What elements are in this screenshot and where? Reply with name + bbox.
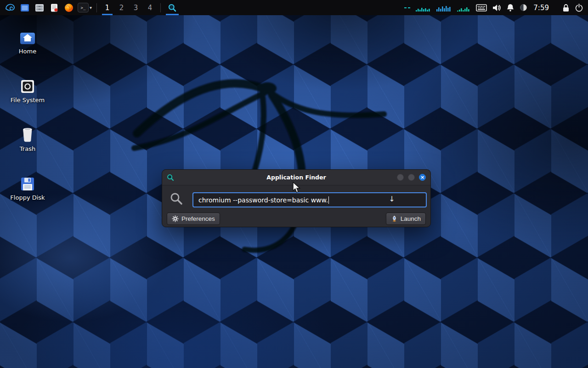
titlebar[interactable]: Application Finder × <box>162 170 430 185</box>
trash-icon <box>6 123 50 143</box>
firefox-icon[interactable] <box>62 0 76 15</box>
command-text: chromium --password-store=basic www. <box>198 196 328 204</box>
launch-label: Launch <box>401 215 421 222</box>
workspace-1[interactable]: 1 <box>100 0 114 15</box>
workspace-2[interactable]: 2 <box>114 0 129 15</box>
desktop-icon-label: File System <box>6 97 50 104</box>
session-logout-icon[interactable] <box>575 0 583 15</box>
workspace-4[interactable]: 4 <box>143 0 157 15</box>
app-finder-task-icon[interactable] <box>164 0 181 15</box>
home-icon <box>6 26 50 45</box>
text-editor-icon[interactable] <box>47 0 62 15</box>
cpu-graph-icon[interactable] <box>416 0 431 15</box>
screen-lock-icon[interactable] <box>562 0 570 15</box>
close-icon: × <box>420 175 424 180</box>
desktop-icon-file-system[interactable]: File System <box>6 75 50 104</box>
kali-menu-icon[interactable] <box>3 0 17 15</box>
preferences-label: Preferences <box>181 215 215 222</box>
desktop: Home File System Trash <box>0 0 588 368</box>
night-light-icon[interactable] <box>520 0 527 15</box>
workspace-3[interactable]: 3 <box>129 0 143 15</box>
text-caret <box>328 196 329 204</box>
panel-separator <box>96 3 97 12</box>
top-panel: >_ ▾ 1 2 3 4 <box>0 0 588 15</box>
file-manager-icon[interactable] <box>32 0 47 15</box>
maximize-button[interactable] <box>408 174 415 181</box>
notifications-bell-icon[interactable] <box>506 0 514 15</box>
preferences-button[interactable]: Preferences <box>167 213 220 225</box>
window-title: Application Finder <box>162 174 430 181</box>
desktop-icon-home[interactable]: Home <box>6 26 50 55</box>
disk-graph-icon[interactable] <box>457 0 471 15</box>
chevron-down-icon: ▾ <box>90 5 92 10</box>
desktop-icon-floppy-disk[interactable]: Floppy Disk <box>6 172 50 201</box>
minimize-button[interactable] <box>397 174 404 181</box>
keyboard-layout-icon[interactable] <box>476 0 487 15</box>
desktop-icon-label: Floppy Disk <box>6 195 50 201</box>
search-icon <box>170 192 183 207</box>
application-finder-icon <box>167 174 174 181</box>
application-finder-window: Application Finder × chromium --password… <box>162 169 431 227</box>
desktop-icon-label: Trash <box>6 146 50 153</box>
history-dropdown-icon[interactable]: ↓ <box>387 195 397 203</box>
clock[interactable]: 7:59 <box>532 4 550 12</box>
floppy-disk-icon <box>6 172 50 191</box>
show-desktop-icon[interactable] <box>17 0 32 15</box>
desktop-icon-trash[interactable]: Trash <box>6 123 50 153</box>
gear-icon <box>172 215 179 222</box>
net-graph-icon[interactable] <box>436 0 452 15</box>
indicator-dashes-icon[interactable] <box>404 0 411 15</box>
file-system-icon <box>6 75 50 94</box>
volume-icon[interactable] <box>492 0 501 15</box>
launch-icon <box>391 215 398 222</box>
panel-separator <box>160 3 161 12</box>
terminal-glyph: >_ <box>78 3 89 12</box>
close-button[interactable]: × <box>419 174 426 181</box>
launch-button[interactable]: Launch <box>386 213 426 225</box>
terminal-icon[interactable]: >_ ▾ <box>76 0 93 15</box>
desktop-icon-label: Home <box>6 48 50 55</box>
